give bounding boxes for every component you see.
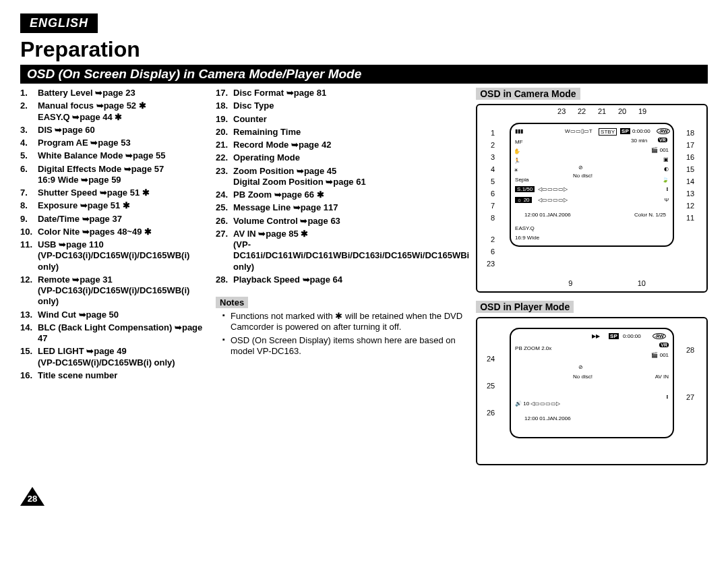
pb-title: 🎬 001 xyxy=(651,352,669,358)
callout-item: 21.Record Mode ➥page 42 xyxy=(216,140,469,150)
nodisc-text: No disc! xyxy=(573,173,593,179)
callout-list-col1: 1.Battery Level ➥page 232.Manual focus ➥… xyxy=(20,88,209,473)
dis-icon: ✋ xyxy=(514,148,520,154)
callout-number: 6. xyxy=(20,164,28,175)
pb-nodisc-icon: ⊘ xyxy=(578,364,583,370)
callout-number: 23 xyxy=(557,107,566,115)
callout-text: Disc Type xyxy=(233,100,274,111)
sp-text: SP xyxy=(620,128,630,134)
callout-text: Battery Level ➥page 23 xyxy=(38,88,135,98)
callout-number: 13 xyxy=(686,187,702,200)
callout-subtext: Digital Zoom Position ➥page 61 xyxy=(233,177,469,187)
notes-label: Notes xyxy=(216,297,248,308)
callout-item: 6.Digital Effects Mode ➥page 5716:9 Wide… xyxy=(20,164,209,186)
pb-sp: SP xyxy=(609,333,619,339)
shutter-text: S.1/50 xyxy=(515,186,535,192)
callout-number: 28 xyxy=(686,326,702,374)
remaining-text: 30 min xyxy=(631,138,647,144)
callout-number: 25 xyxy=(481,372,495,399)
callout-number: 22 xyxy=(578,107,586,115)
wb-icon: ☀ xyxy=(514,167,518,173)
callout-text: Message Line ➥page 117 xyxy=(233,202,338,212)
callout-text: Volume Control ➥page 63 xyxy=(233,216,340,226)
pb-vol: 🔊 10 ◁▭▭▭▭▷ xyxy=(515,401,560,407)
callout-number: 5. xyxy=(20,150,28,161)
callout-number: 14 xyxy=(686,175,702,187)
player-screen: ▶▶ SP 0:00:00 -RW VR PB ZOOM 2.0x 🎬 001 … xyxy=(510,328,674,438)
callout-item: 25.Message Line ➥page 117 xyxy=(216,202,469,213)
callout-item: 2.Manual focus ➥page 52 ✱EASY.Q ➥page 44… xyxy=(20,100,209,123)
pb-datetime: 12:00 01.JAN.2006 xyxy=(524,415,571,421)
callout-text: Record Mode ➥page 42 xyxy=(233,140,331,150)
callout-text: Remaining Time xyxy=(233,127,301,137)
callout-text: Digital Effects Mode ➥page 57 xyxy=(38,164,164,174)
callout-text: AV IN ➥page 85 ✱ xyxy=(233,229,308,239)
callout-number: 3 xyxy=(481,151,495,163)
slider-a-icon: ◁▭▭▭▭▷ xyxy=(538,186,568,192)
callout-number: 5 xyxy=(481,175,495,187)
callout-text: USB ➥page 110 xyxy=(38,239,104,250)
callout-text: Zoom Position ➥page 45 xyxy=(233,166,336,176)
callout-text: LED LIGHT ➥page 49 xyxy=(38,346,127,356)
player-diagram: 242526 2827 ▶▶ SP 0:00:00 -RW VR PB ZOOM… xyxy=(476,317,708,465)
manual-focus-icon: MF xyxy=(515,139,523,145)
callout-number: 17. xyxy=(216,88,228,98)
stby-text: STBY xyxy=(599,128,617,136)
callout-number: 20 xyxy=(618,107,626,115)
callout-number: 23 xyxy=(481,258,495,270)
callout-item: 13.Wind Cut ➥page 50 xyxy=(20,310,209,320)
led-icon: ▣ xyxy=(663,156,669,163)
callout-number: 24. xyxy=(216,189,228,200)
colornite-text: Color N. 1/25 xyxy=(634,212,666,218)
remote-icon: ⫿ xyxy=(666,186,669,192)
exposure-text: ☼ 20 xyxy=(515,197,531,203)
callout-text: Counter xyxy=(233,114,267,124)
callout-number: 9. xyxy=(20,214,28,225)
camera-bottom-10: 10 xyxy=(638,279,646,287)
camera-panel-label: OSD in Camera Mode xyxy=(476,88,580,100)
page-number: 28 xyxy=(26,494,39,504)
callout-subtext: (VP-DC163(i)/DC165W(i)/DC165WB(i) only) xyxy=(38,285,209,308)
callout-number: 4. xyxy=(20,138,28,148)
callout-number: 2. xyxy=(20,100,28,111)
callout-item: 17.Disc Format ➥page 81 xyxy=(216,88,469,98)
callout-number: 12. xyxy=(20,274,32,285)
callout-text: Operating Mode xyxy=(233,152,300,163)
callout-text: Playback Speed ➥page 64 xyxy=(233,274,342,285)
callout-number: 28. xyxy=(216,274,228,285)
callout-subtext: 16:9 Wide ➥page 59 xyxy=(38,175,209,185)
callout-item: 23.Zoom Position ➥page 45Digital Zoom Po… xyxy=(216,166,469,188)
callout-text: BLC (Back Light Compensation) ➥page 47 xyxy=(38,322,202,343)
callout-number: 25. xyxy=(216,202,228,213)
page-number-badge: 28 xyxy=(20,487,44,506)
program-ae-icon: 🏃 xyxy=(514,158,520,164)
callout-number: 21. xyxy=(216,140,228,150)
zoom-scale-icon: W▭▭▯▭T xyxy=(565,128,592,134)
pb-remote-icon: ⫿ xyxy=(666,394,669,400)
callout-number: 26. xyxy=(216,216,228,227)
vr-label: VR xyxy=(658,138,667,142)
callout-item: 24.PB Zoom ➥page 66 ✱ xyxy=(216,189,469,200)
camera-diagram: 2322212019 12345678 1817161514131211 262… xyxy=(476,104,708,293)
section-header: OSD (On Screen Display) in Camera Mode/P… xyxy=(20,65,708,84)
callout-text: Disc Format ➥page 81 xyxy=(233,88,326,98)
pb-nodisc-text: No disc! xyxy=(573,374,593,380)
callout-item: 8.Exposure ➥page 51 ✱ xyxy=(20,200,209,211)
easyq-text: EASY.Q xyxy=(515,225,535,231)
callout-number: 16 xyxy=(686,151,702,163)
camera-screen: ▮▮▮ MF ✋ 🏃 ☀ Sepia S.1/50 ☼ 20 ◁▭▭▭▭▷ ◁▭… xyxy=(510,123,674,247)
camera-bottom-9: 9 xyxy=(568,279,572,287)
callout-number: 14. xyxy=(20,322,32,333)
callout-number: 19 xyxy=(638,107,646,115)
callout-text: DIS ➥page 60 xyxy=(38,125,95,135)
callout-number: 11. xyxy=(20,239,32,250)
callout-subtext: EASY.Q ➥page 44 ✱ xyxy=(38,112,209,123)
blc-icon: ◐ xyxy=(664,166,669,172)
callout-number: 12 xyxy=(686,200,702,212)
callout-number: 23. xyxy=(216,166,228,177)
callout-number: 19. xyxy=(216,114,228,125)
callout-number: 17 xyxy=(686,139,702,151)
callout-text: Wind Cut ➥page 50 xyxy=(38,310,119,320)
callout-number: 2 xyxy=(481,139,495,151)
callout-number: 18. xyxy=(216,100,228,111)
